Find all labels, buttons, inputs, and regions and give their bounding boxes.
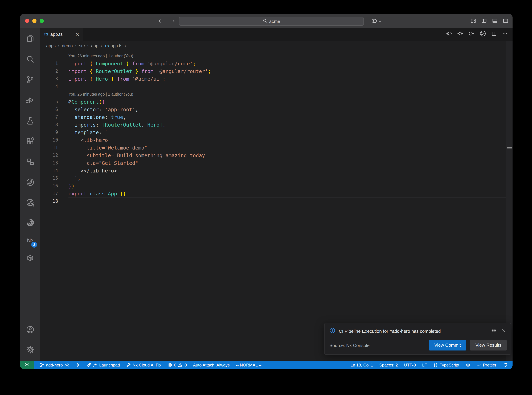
code-text[interactable]: ></lib-hero> bbox=[69, 167, 506, 175]
activity-item-beaker[interactable] bbox=[20, 112, 40, 129]
code-text[interactable]: standalone: true, bbox=[69, 113, 506, 121]
statusbar-indentation[interactable]: Spaces: 2 bbox=[376, 361, 401, 369]
code-line-15[interactable]: 15 `, bbox=[40, 175, 506, 182]
code-text[interactable]: cta="Get Started" bbox=[69, 159, 506, 167]
editor-content[interactable]: You, 26 minutes ago | 1 author (You)1imp… bbox=[40, 52, 506, 205]
toggle-secondary-sidebar-button[interactable] bbox=[503, 18, 508, 25]
statusbar-language[interactable]: {}TypeScript bbox=[430, 361, 462, 369]
code-text[interactable]: `, bbox=[69, 175, 506, 182]
code-line-17[interactable]: 17export class App {} bbox=[40, 190, 506, 198]
git-blame-annotation[interactable]: You, 26 minutes ago | 1 author (You) bbox=[69, 90, 133, 98]
activity-item-nx[interactable]: N>2 bbox=[20, 232, 40, 248]
breadcrumb-item-app-ts[interactable]: TSapp.ts bbox=[105, 44, 122, 48]
split-editor-button[interactable] bbox=[491, 31, 497, 38]
code-text[interactable]: export class App {} bbox=[69, 190, 506, 198]
notification-settings-icon[interactable] bbox=[491, 328, 497, 335]
current-change-button[interactable] bbox=[457, 31, 463, 38]
minimize-window-button[interactable] bbox=[32, 19, 37, 23]
statusbar-nx-cloud-ai-fix[interactable]: Nx Cloud AI Fix bbox=[123, 361, 164, 369]
overview-ruler[interactable] bbox=[506, 41, 513, 361]
code-text[interactable]: imports: [RouterOutlet, Hero], bbox=[69, 121, 506, 129]
code-text[interactable]: <lib-hero bbox=[69, 136, 506, 144]
activity-item-circle-branch-search[interactable] bbox=[20, 194, 40, 211]
previous-change-button[interactable] bbox=[446, 31, 452, 38]
tab-app-ts[interactable]: TS app.ts ✕ bbox=[40, 28, 83, 41]
code-line-5[interactable]: 5@Component({ bbox=[40, 98, 506, 106]
code-line-18[interactable]: 18 bbox=[40, 198, 506, 205]
close-tab-icon[interactable]: ✕ bbox=[75, 32, 80, 37]
activity-item-cube[interactable] bbox=[20, 250, 40, 266]
code-line-16[interactable]: 16}) bbox=[40, 182, 506, 190]
code-line-13[interactable]: 13 cta="Get Started" bbox=[40, 159, 506, 167]
activity-item-files[interactable] bbox=[20, 30, 40, 47]
copilot-menu-button[interactable] bbox=[371, 18, 382, 25]
activity-item-debug[interactable] bbox=[20, 92, 40, 109]
code-line-12[interactable]: 12 subtitle="Build something amazing tod… bbox=[40, 152, 506, 159]
code-line-6[interactable]: 6 selector: 'app-root', bbox=[40, 106, 506, 113]
breadcrumb-item-app[interactable]: app bbox=[91, 44, 98, 48]
code-line-7[interactable]: 7 standalone: true, bbox=[40, 113, 506, 121]
code-line-2[interactable]: 2import { RouterOutlet } from '@angular/… bbox=[40, 67, 506, 75]
activity-item-extensions[interactable] bbox=[20, 133, 40, 149]
code-text[interactable]: subtitle="Build something amazing today" bbox=[69, 152, 506, 159]
code-line-14[interactable]: 14 ></lib-hero> bbox=[40, 167, 506, 175]
customize-layout-button[interactable] bbox=[471, 18, 476, 25]
code-text[interactable]: import { RouterOutlet } from '@angular/r… bbox=[69, 67, 506, 75]
breadcrumb-item-demo[interactable]: demo bbox=[62, 44, 73, 48]
statusbar-branch[interactable]: add-hero bbox=[37, 361, 72, 369]
activity-item-account[interactable] bbox=[20, 321, 40, 338]
toggle-sidebar-button[interactable] bbox=[481, 18, 487, 25]
statusbar-cursor-position[interactable]: Ln 18, Col 1 bbox=[348, 361, 376, 369]
statusbar-problems[interactable]: 00 bbox=[164, 361, 190, 369]
code-text[interactable]: import { Component } from '@angular/core… bbox=[69, 60, 506, 67]
activity-item-swirl[interactable] bbox=[20, 214, 40, 231]
statusbar-prettier[interactable]: Prettier bbox=[473, 361, 500, 369]
code-text[interactable]: import { Hero } from '@acme/ui'; bbox=[69, 75, 506, 83]
code-line-1[interactable]: 1import { Component } from '@angular/cor… bbox=[40, 60, 506, 67]
code-text[interactable]: selector: 'app-root', bbox=[69, 106, 506, 113]
statusbar-encoding[interactable]: UTF-8 bbox=[401, 361, 419, 369]
remote-indicator[interactable] bbox=[20, 361, 34, 369]
code-line-8[interactable]: 8 imports: [RouterOutlet, Hero], bbox=[40, 121, 506, 129]
zoom-window-button[interactable] bbox=[40, 19, 44, 23]
code-line-10[interactable]: 10 <lib-hero bbox=[40, 136, 506, 144]
notification-close-icon[interactable] bbox=[501, 328, 506, 334]
code-line-9[interactable]: 9 template: ` bbox=[40, 129, 506, 136]
activity-item-linked-boxes[interactable] bbox=[20, 153, 40, 170]
code-text[interactable]: }) bbox=[69, 182, 506, 190]
statusbar-launchpad[interactable]: Launchpad bbox=[83, 361, 123, 369]
activity-item-search[interactable] bbox=[20, 51, 40, 67]
code-text[interactable]: @Component({ bbox=[69, 98, 506, 106]
code-line-11[interactable]: 11 title="Welcmoe demo" bbox=[40, 144, 506, 152]
git-blame-annotation[interactable]: You, 26 minutes ago | 1 author (You) bbox=[69, 52, 133, 60]
breadcrumb-item-apps[interactable]: apps bbox=[46, 44, 56, 48]
code-text[interactable]: title="Welcmoe demo" bbox=[69, 144, 506, 152]
next-change-button[interactable] bbox=[468, 31, 474, 38]
code-text[interactable] bbox=[69, 198, 506, 205]
navigate-back-button[interactable] bbox=[158, 18, 164, 25]
statusbar-copilot[interactable] bbox=[462, 361, 473, 369]
statusbar-commit-graph[interactable] bbox=[72, 361, 83, 369]
statusbar-vim-mode[interactable]: -- NORMAL -- bbox=[233, 361, 265, 369]
more-actions-button[interactable] bbox=[502, 31, 508, 38]
activity-item-gear[interactable] bbox=[20, 341, 40, 358]
view-commit-button[interactable]: View Commit bbox=[429, 340, 466, 351]
activity-item-circle-branch[interactable] bbox=[20, 174, 40, 191]
statusbar-eol[interactable]: LF bbox=[419, 361, 430, 369]
statusbar-auto-attach[interactable]: Auto Attach: Always bbox=[190, 361, 233, 369]
navigate-forward-button[interactable] bbox=[170, 18, 176, 25]
activity-item-git-branch[interactable] bbox=[20, 71, 40, 88]
statusbar-notifications[interactable] bbox=[500, 361, 511, 369]
code-text[interactable]: template: ` bbox=[69, 129, 506, 136]
breadcrumb-item-src[interactable]: src bbox=[79, 44, 85, 48]
close-window-button[interactable] bbox=[25, 19, 29, 23]
code-line-4[interactable]: 4 bbox=[40, 83, 506, 90]
view-results-button[interactable]: View Results bbox=[470, 340, 507, 351]
screen: acme N>2 TS app.ts ✕ bbox=[0, 0, 532, 395]
gitlens-graph-button[interactable] bbox=[479, 30, 486, 38]
command-center-search[interactable]: acme bbox=[179, 17, 364, 26]
code-text[interactable] bbox=[69, 83, 506, 90]
toggle-panel-button[interactable] bbox=[492, 18, 498, 25]
code-line-3[interactable]: 3import { Hero } from '@acme/ui'; bbox=[40, 75, 506, 83]
breadcrumb-item--[interactable]: ... bbox=[129, 44, 132, 48]
